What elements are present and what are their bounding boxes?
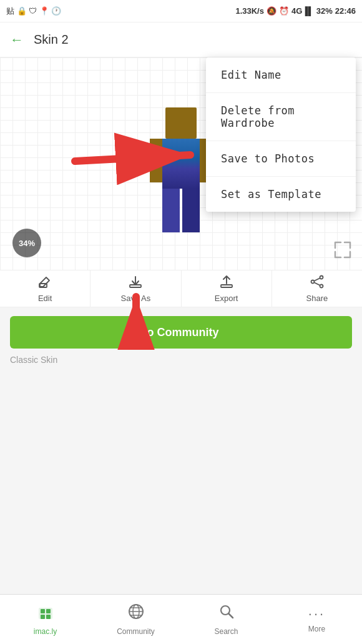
dropdown-delete-wardrobe[interactable]: Delete from Wardrobe bbox=[206, 93, 356, 141]
dropdown-edit-name[interactable]: Edit Name bbox=[206, 57, 356, 93]
dropdown-menu: Edit Name Delete from Wardrobe Save to P… bbox=[206, 57, 356, 212]
dropdown-set-template[interactable]: Set as Template bbox=[206, 177, 356, 212]
dropdown-save-photos[interactable]: Save to Photos bbox=[206, 141, 356, 177]
